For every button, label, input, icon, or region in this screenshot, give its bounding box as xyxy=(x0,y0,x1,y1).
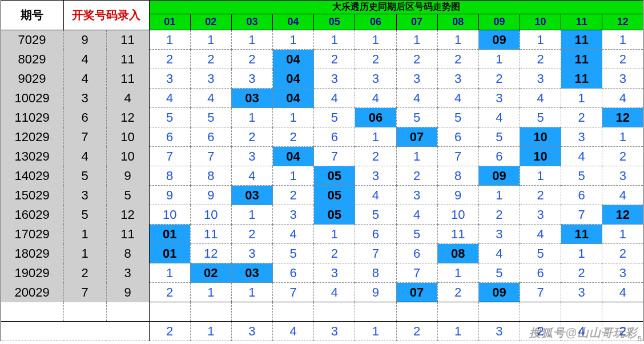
trend-cell: 3 xyxy=(561,283,602,302)
trend-cell: 3 xyxy=(355,166,396,186)
trend-cell: 3 xyxy=(437,69,478,89)
trend-cell: 8 xyxy=(437,166,478,186)
trend-cell: 12 xyxy=(602,205,643,225)
trend-cell: 1 xyxy=(437,263,478,283)
trend-cell: 5 xyxy=(478,127,520,147)
trend-cell: 1 xyxy=(149,263,190,283)
trend-cell: 1 xyxy=(478,186,520,205)
draw-1: 1 xyxy=(63,244,106,263)
draw-2: 11 xyxy=(106,30,149,50)
period-cell: 19029 xyxy=(1,263,63,283)
trend-cell: 4 xyxy=(520,89,561,108)
draw-2: 5 xyxy=(106,186,149,205)
draw-1: 4 xyxy=(63,50,106,69)
trend-cell: 2 xyxy=(149,283,190,302)
trend-cell: 05 xyxy=(314,186,355,205)
trend-cell: 3 xyxy=(396,69,437,89)
header-period: 期号 xyxy=(1,1,63,30)
trend-cell: 2 xyxy=(355,50,396,69)
trend-cell: 1 xyxy=(561,89,602,108)
trend-cell: 6 xyxy=(273,263,314,283)
trend-cell: 4 xyxy=(561,147,602,166)
trend-cell: 9 xyxy=(190,186,231,205)
draw-2: 10 xyxy=(106,147,149,166)
trend-cell: 5 xyxy=(314,108,355,127)
period-cell: 8029 xyxy=(1,50,63,69)
draw-2: 11 xyxy=(106,225,149,244)
trend-cell: 09 xyxy=(478,166,520,186)
trend-cell: 2 xyxy=(561,108,602,127)
trend-cell: 6 xyxy=(437,127,478,147)
period-cell: 10029 xyxy=(1,89,63,108)
trend-cell: 3 xyxy=(602,263,643,283)
period-cell: 12029 xyxy=(1,127,63,147)
trend-cell: 8 xyxy=(355,263,396,283)
trend-cell: 1 xyxy=(231,283,272,302)
draw-1: 1 xyxy=(63,225,106,244)
trend-cell: 3 xyxy=(478,89,520,108)
draw-1: 2 xyxy=(63,263,106,283)
trend-cell: 1 xyxy=(396,30,437,50)
trend-cell: 04 xyxy=(273,69,314,89)
period-cell: 14029 xyxy=(1,166,63,186)
header-col-01: 01 xyxy=(149,14,190,30)
trend-cell: 5 xyxy=(396,225,437,244)
draw-2: 4 xyxy=(106,89,149,108)
trend-cell: 4 xyxy=(355,186,396,205)
trend-cell: 11 xyxy=(437,225,478,244)
header-col-07: 07 xyxy=(396,14,437,30)
summary-cell: 1 xyxy=(437,322,478,341)
trend-cell: 2 xyxy=(355,147,396,166)
trend-cell: 4 xyxy=(149,89,190,108)
trend-cell: 4 xyxy=(273,225,314,244)
trend-cell: 04 xyxy=(273,50,314,69)
summary-cell: 3 xyxy=(314,322,355,341)
trend-cell: 5 xyxy=(561,166,602,186)
period-cell: 9029 xyxy=(1,69,63,89)
trend-cell: 6 xyxy=(478,147,520,166)
header-col-12: 12 xyxy=(602,14,643,30)
trend-cell: 2 xyxy=(273,127,314,147)
trend-cell: 7 xyxy=(396,263,437,283)
trend-cell: 3 xyxy=(231,69,272,89)
period-cell: 18029 xyxy=(1,244,63,263)
trend-cell: 1 xyxy=(231,30,272,50)
trend-cell: 1 xyxy=(355,127,396,147)
trend-cell: 5 xyxy=(396,108,437,127)
trend-cell: 3 xyxy=(149,69,190,89)
trend-cell: 2 xyxy=(478,69,520,89)
trend-cell: 7 xyxy=(520,283,561,302)
period-cell: 11029 xyxy=(1,108,63,127)
period-cell: 20029 xyxy=(1,283,63,302)
trend-cell: 12 xyxy=(190,244,231,263)
trend-cell: 3 xyxy=(396,186,437,205)
trend-cell: 11 xyxy=(561,50,602,69)
trend-cell: 10 xyxy=(190,205,231,225)
trend-cell: 9 xyxy=(149,186,190,205)
trend-cell: 6 xyxy=(314,127,355,147)
trend-cell: 3 xyxy=(602,69,643,89)
trend-cell: 7 xyxy=(355,244,396,263)
header-col-03: 03 xyxy=(231,14,272,30)
trend-cell: 03 xyxy=(231,263,272,283)
trend-cell: 05 xyxy=(314,205,355,225)
summary-cell: 3 xyxy=(231,322,272,341)
draw-1: 5 xyxy=(63,166,106,186)
trend-cell: 5 xyxy=(520,108,561,127)
trend-cell: 7 xyxy=(314,147,355,166)
trend-cell: 2 xyxy=(190,50,231,69)
trend-cell: 04 xyxy=(273,147,314,166)
trend-cell: 1 xyxy=(602,225,643,244)
trend-cell: 5 xyxy=(273,244,314,263)
trend-cell: 4 xyxy=(602,186,643,205)
trend-cell: 2 xyxy=(561,263,602,283)
trend-cell: 7 xyxy=(273,283,314,302)
trend-cell: 7 xyxy=(190,147,231,166)
trend-cell: 10 xyxy=(437,205,478,225)
trend-cell: 2 xyxy=(396,166,437,186)
trend-cell: 10 xyxy=(520,127,561,147)
trend-cell: 07 xyxy=(396,127,437,147)
trend-cell: 3 xyxy=(602,166,643,186)
summary-cell: 1 xyxy=(355,322,396,341)
trend-cell: 03 xyxy=(231,186,272,205)
